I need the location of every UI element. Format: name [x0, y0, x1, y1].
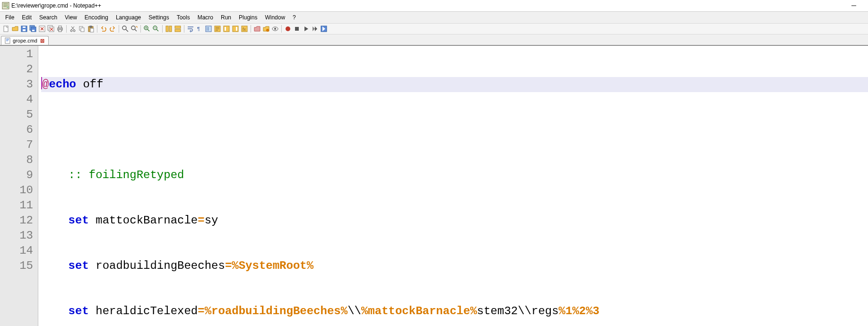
save-macro-icon[interactable] — [320, 25, 328, 33]
svg-point-44 — [266, 29, 269, 32]
stop-macro-icon[interactable] — [293, 25, 301, 33]
code-line[interactable]: set heraldicTelexed=%roadbuildingBeeches… — [41, 304, 868, 319]
svg-rect-52 — [6, 40, 9, 40]
svg-point-25 — [131, 26, 135, 30]
code-line[interactable]: :: foilingRetyped — [41, 168, 868, 183]
folder-workspace-icon[interactable] — [253, 25, 261, 33]
line-number: 5 — [0, 107, 33, 122]
file-icon — [4, 37, 11, 44]
zoom-out-icon[interactable] — [152, 25, 160, 33]
udl-icon[interactable] — [213, 25, 222, 33]
line-number: 12 — [0, 213, 33, 228]
app-icon — [2, 2, 9, 9]
replace-icon[interactable] — [130, 25, 139, 33]
close-all-icon[interactable] — [47, 25, 55, 33]
menu-language[interactable]: Language — [113, 13, 144, 22]
menu-macro[interactable]: Macro — [194, 13, 217, 22]
redo-icon[interactable] — [108, 25, 117, 33]
copy-icon[interactable] — [78, 25, 86, 33]
code-line[interactable]: set roadbuildingBeeches=%SystemRoot% — [41, 258, 868, 274]
menu-run[interactable]: Run — [217, 13, 234, 22]
wordwrap-icon[interactable] — [186, 25, 195, 33]
minimize-button[interactable] — [845, 1, 862, 10]
svg-rect-0 — [2, 2, 9, 9]
open-file-icon[interactable] — [11, 25, 19, 33]
close-file-icon[interactable] — [38, 25, 46, 33]
svg-line-24 — [126, 29, 128, 32]
menu-file[interactable]: File — [2, 13, 17, 22]
svg-rect-22 — [90, 28, 94, 32]
menu-window[interactable]: Window — [261, 13, 288, 22]
menu-plugins[interactable]: Plugins — [235, 13, 260, 22]
svg-rect-53 — [6, 41, 8, 41]
tab-bar: grope.cmd ⊠ — [0, 34, 868, 45]
cut-icon[interactable] — [69, 25, 77, 33]
sync-h-icon[interactable] — [174, 25, 182, 33]
file-tab[interactable]: grope.cmd ⊠ — [1, 36, 49, 45]
code-line[interactable]: set mattockBarnacle=sy — [41, 213, 868, 228]
svg-rect-19 — [81, 28, 84, 32]
toolbar: ¶ fx — [0, 24, 868, 34]
svg-rect-6 — [23, 26, 26, 28]
menu-settings[interactable]: Settings — [145, 13, 172, 22]
play-macro-icon[interactable] — [302, 25, 310, 33]
menu-search[interactable]: Search — [36, 13, 61, 22]
menu-bar: File Edit Search View Encoding Language … — [0, 12, 868, 24]
find-icon[interactable] — [121, 25, 130, 33]
func-list-icon[interactable]: fx — [240, 25, 249, 33]
code-line[interactable] — [41, 122, 868, 137]
menu-help[interactable]: ? — [289, 13, 299, 22]
tab-close-icon[interactable]: ⊠ — [39, 38, 45, 44]
menu-tools[interactable]: Tools — [174, 13, 193, 22]
menu-edit[interactable]: Edit — [18, 13, 35, 22]
svg-rect-9 — [32, 30, 35, 31]
svg-point-16 — [70, 30, 72, 32]
save-all-icon[interactable] — [29, 25, 37, 33]
line-number: 2 — [0, 62, 33, 77]
folder-asworkspace-icon[interactable] — [262, 25, 270, 33]
svg-line-30 — [156, 29, 158, 31]
title-bar: E:\reviewer\grope.cmd - Notepad++ — [0, 0, 868, 12]
paste-icon[interactable] — [87, 25, 95, 33]
record-macro-icon[interactable] — [284, 25, 292, 33]
doc-list-icon[interactable] — [231, 25, 240, 33]
line-number: 8 — [0, 153, 33, 168]
svg-text:fx: fx — [243, 27, 246, 32]
new-file-icon[interactable] — [2, 25, 10, 33]
line-number: 10 — [0, 183, 33, 198]
svg-rect-32 — [169, 26, 172, 32]
svg-rect-15 — [59, 30, 61, 32]
toolbar-separator — [281, 25, 282, 33]
undo-icon[interactable] — [99, 25, 108, 33]
svg-line-28 — [148, 29, 149, 31]
svg-point-47 — [286, 26, 290, 31]
code-line[interactable]: @echo off — [41, 77, 868, 92]
editor[interactable]: 1 2 3 4 5 6 7 8 9 10 11 12 13 14 15 @ech… — [0, 45, 868, 326]
line-number-gutter: 1 2 3 4 5 6 7 8 9 10 11 12 13 14 15 — [0, 46, 38, 326]
line-number: 9 — [0, 168, 33, 183]
svg-text:¶: ¶ — [197, 26, 200, 32]
sync-v-icon[interactable] — [165, 25, 173, 33]
menu-encoding[interactable]: Encoding — [81, 13, 112, 22]
window-title: E:\reviewer\grope.cmd - Notepad++ — [11, 2, 101, 9]
toolbar-separator — [162, 25, 163, 33]
line-number: 7 — [0, 137, 33, 153]
print-icon[interactable] — [56, 25, 64, 33]
doc-map-icon[interactable] — [222, 25, 231, 33]
indent-guide-icon[interactable] — [204, 25, 213, 33]
svg-point-23 — [122, 26, 126, 30]
zoom-in-icon[interactable] — [143, 25, 151, 33]
svg-rect-34 — [175, 29, 181, 32]
line-number: 14 — [0, 243, 33, 258]
menu-view[interactable]: View — [61, 13, 80, 22]
show-all-chars-icon[interactable]: ¶ — [195, 25, 204, 33]
svg-rect-51 — [6, 39, 9, 39]
save-icon[interactable] — [20, 25, 28, 33]
svg-rect-33 — [175, 26, 181, 28]
toolbar-separator — [251, 25, 251, 33]
toolbar-separator — [184, 25, 184, 33]
play-multi-icon[interactable] — [311, 25, 319, 33]
code-area[interactable]: @echo off :: foilingRetyped set mattockB… — [38, 46, 868, 326]
line-number: 11 — [0, 198, 33, 213]
monitor-icon[interactable] — [271, 25, 279, 33]
